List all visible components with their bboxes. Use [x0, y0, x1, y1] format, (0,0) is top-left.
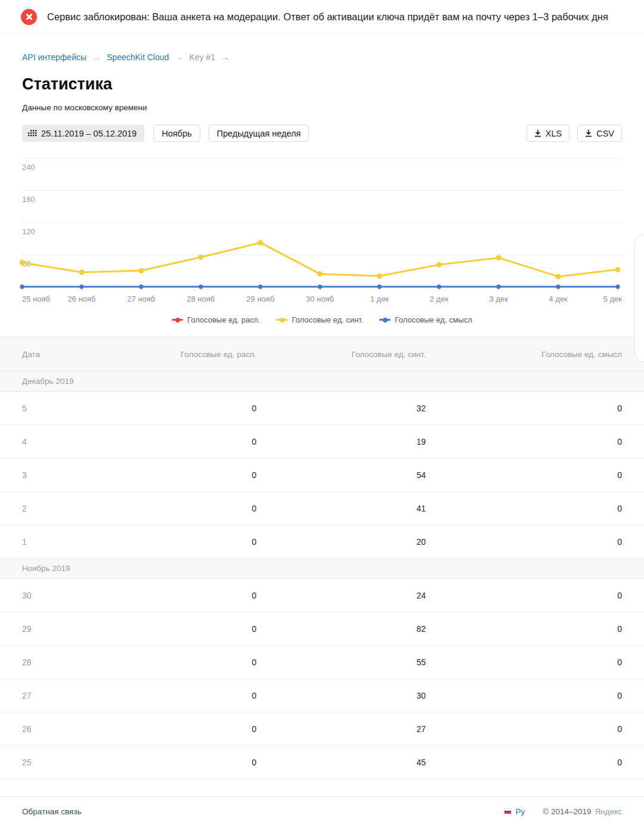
cell-value: 0 [113, 392, 256, 425]
russia-flag-icon [504, 808, 512, 814]
cell-value: 0 [113, 492, 256, 525]
column-header-sint: Голосовые ед. синт. [256, 337, 426, 371]
series-point [437, 285, 441, 289]
cell-date: 4 [0, 425, 113, 458]
cell-value: 0 [113, 425, 256, 458]
series-point [377, 274, 382, 279]
cell-value: 0 [426, 425, 644, 458]
series-point [616, 285, 620, 289]
legend-marker-icon [172, 317, 183, 322]
feedback-link[interactable]: Обратная связь [22, 807, 81, 816]
series-point [199, 285, 203, 289]
legend-item-0[interactable]: Голосовые ед. расп. [172, 315, 260, 324]
table-group-label: Декабрь 2019 [0, 371, 644, 392]
series-point [556, 274, 561, 279]
table-row: 20410 [0, 492, 644, 525]
series-point [258, 240, 263, 246]
cell-value: 19 [256, 425, 426, 458]
cell-value: 0 [426, 525, 644, 559]
cell-date: 3 [0, 458, 113, 492]
series-point [79, 269, 84, 275]
table-row: 300240 [0, 579, 644, 612]
cell-value: 0 [426, 679, 644, 712]
cell-value: 54 [256, 458, 426, 492]
date-range-picker[interactable]: 25.11.2019 – 05.12.2019 [22, 125, 144, 142]
legend-label: Голосовые ед. смысл [395, 315, 472, 324]
series-point [20, 285, 24, 289]
alert-banner: Сервис заблокирован: Ваша анкета на моде… [0, 0, 644, 34]
cell-value: 24 [256, 579, 426, 612]
cell-date: 5 [0, 392, 113, 425]
download-icon [534, 129, 541, 137]
copyright-text: © 2014–2019 [543, 807, 591, 816]
breadcrumb-item-1[interactable]: SpeechKit Cloud [107, 52, 169, 62]
series-point [138, 268, 144, 274]
legend-label: Голосовые ед. синт. [292, 315, 363, 324]
breadcrumb-item-0[interactable]: API интерфейсы [22, 52, 86, 62]
error-circle-icon [21, 9, 37, 25]
series-point [556, 285, 561, 289]
breadcrumb-item-2: Key #1 [189, 52, 215, 62]
language-switcher[interactable]: Ру [516, 807, 525, 816]
cell-value: 0 [426, 746, 644, 779]
table-row: 290820 [0, 612, 644, 646]
series-point [139, 285, 143, 289]
yandex-brand-link[interactable]: Яндекс [595, 807, 622, 816]
statistics-table-wrap: Дата Голосовые ед. расп. Голосовые ед. с… [0, 337, 644, 779]
cell-value: 0 [113, 712, 256, 746]
legend-item-2[interactable]: Голосовые ед. смысл [379, 315, 472, 324]
table-row: 50320 [0, 392, 644, 425]
legend-marker-icon [276, 317, 287, 322]
statistics-table: Дата Голосовые ед. расп. Голосовые ед. с… [0, 337, 644, 779]
breadcrumb: API интерфейсы→SpeechKit Cloud→Key #1→ [22, 52, 622, 62]
cell-value: 27 [256, 712, 426, 746]
month-button[interactable]: Ноябрь [153, 125, 200, 142]
cell-date: 27 [0, 679, 113, 712]
cell-value: 0 [113, 646, 256, 679]
cell-date: 29 [0, 612, 113, 646]
series-point [79, 285, 83, 289]
cell-value: 0 [426, 712, 644, 746]
previous-week-button[interactable]: Предыдущая неделя [209, 125, 309, 142]
series-point [198, 255, 203, 260]
table-row: 40190 [0, 425, 644, 458]
breadcrumb-arrow-icon: → [221, 52, 230, 62]
column-header-rasp: Голосовые ед. расп. [113, 337, 256, 371]
chart-series-canvas [22, 151, 622, 306]
cell-value: 0 [113, 612, 256, 646]
series-point [317, 271, 323, 277]
cell-date: 26 [0, 712, 113, 746]
series-point [318, 285, 322, 289]
column-header-smysl: Голосовые ед. смысл [426, 337, 644, 371]
legend-item-1[interactable]: Голосовые ед. синт. [276, 315, 363, 324]
download-xls-label: XLS [546, 129, 562, 138]
cell-value: 0 [113, 458, 256, 492]
cell-value: 0 [426, 392, 644, 425]
download-xls-button[interactable]: XLS [527, 125, 569, 142]
cell-value: 32 [256, 392, 426, 425]
cell-value: 0 [113, 525, 256, 559]
cell-date: 28 [0, 646, 113, 679]
cell-value: 0 [426, 612, 644, 646]
table-row: 250450 [0, 746, 644, 779]
chart-tooltip-card [634, 234, 644, 362]
table-group-row: Декабрь 2019 [0, 371, 644, 392]
legend-marker-icon [379, 317, 391, 322]
cell-date: 25 [0, 746, 113, 779]
table-row: 30540 [0, 458, 644, 492]
cell-value: 45 [256, 746, 426, 779]
download-csv-button[interactable]: CSV [577, 125, 622, 142]
cell-value: 41 [256, 492, 426, 525]
cell-date: 2 [0, 492, 113, 525]
cell-value: 0 [426, 579, 644, 612]
table-row: 270300 [0, 679, 644, 712]
usage-line-chart[interactable]: 2401801206025 нояб26 нояб27 нояб28 нояб2… [22, 151, 622, 306]
download-icon [585, 129, 592, 137]
table-group-label: Ноябрь 2019 [0, 559, 644, 579]
table-row: 10200 [0, 525, 644, 559]
export-buttons: XLS CSV [519, 125, 622, 142]
cell-value: 30 [256, 679, 426, 712]
series-point [258, 285, 262, 289]
page-title: Статистика [22, 75, 622, 94]
calendar-dots-icon [28, 130, 37, 137]
